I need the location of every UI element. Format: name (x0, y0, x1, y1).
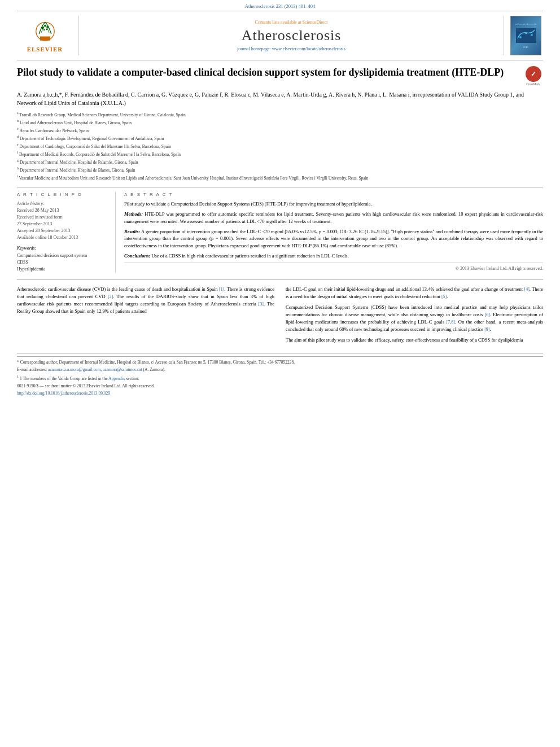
article-container: Pilot study to validate a computer-based… (17, 60, 543, 403)
elsevier-logo-section: ELSEVIER (17, 16, 79, 55)
svg-point-8 (519, 36, 522, 38)
conclusions-label: Conclusions: (124, 253, 150, 259)
received-revised-label: Received in revised form (17, 214, 108, 221)
affiliation-b: b Lipid and Atherosclerosis Unit, Hospit… (17, 119, 543, 126)
ref-5[interactable]: [5] (441, 294, 447, 299)
body-left-column: Atherosclerotic cardiovascular disease (… (17, 286, 274, 347)
keyword-3: Hyperlipidemia (17, 266, 108, 273)
affiliations-section: a TranslLab Research Group, Medical Scie… (17, 111, 543, 181)
email-1[interactable]: azamoracz.a.mora@gmail.com (48, 367, 100, 372)
article-info-heading: A R T I C L E I N F O (17, 192, 108, 197)
ref-1[interactable]: [1] (219, 287, 224, 292)
revised-date: 27 September 2013 (17, 221, 108, 228)
abstract-column: A B S T R A C T Pilot study to validate … (124, 192, 543, 273)
email-addresses: E-mail addresses: azamoracz.a.mora@gmail… (17, 366, 543, 373)
crossmark-icon: ✓ (526, 66, 541, 82)
ref-2[interactable]: [2] (108, 294, 113, 299)
body-columns: Atherosclerotic cardiovascular disease (… (17, 286, 543, 347)
article-title-section: Pilot study to validate a computer-based… (17, 66, 543, 86)
footnote-1: 1 1 The members of the Valida Group are … (17, 374, 543, 382)
abstract-heading: A B S T R A C T (124, 192, 543, 197)
copyright-text: © 2013 Elsevier Ireland Ltd. All rights … (124, 263, 543, 272)
ref-9[interactable]: [9] (484, 327, 489, 332)
journal-header: ELSEVIER Contents lists available at Sci… (17, 11, 543, 60)
abstract-intro: Pilot study to validate a Computerized D… (124, 200, 543, 207)
footnotes-section: * Corresponding author. Department of In… (17, 353, 543, 397)
elsevier-logo-icon (23, 19, 68, 44)
svg-point-5 (43, 29, 45, 30)
received-date: Received 28 May 2013 (17, 207, 108, 214)
doi-link[interactable]: http://dx.doi.org/10.1016/j.atherosclero… (17, 390, 543, 396)
journal-cover-image: atherosclerosis ☑ ☑ (504, 16, 543, 55)
cover-thumbnail: atherosclerosis ☑ ☑ (510, 16, 541, 55)
body-para-1: Atherosclerotic cardiovascular disease (… (17, 286, 274, 315)
appendix-link[interactable]: Appendix (108, 376, 125, 381)
available-date: Available online 18 October 2013 (17, 234, 108, 241)
info-abstract-columns: A R T I C L E I N F O Article history: R… (17, 187, 543, 273)
journal-title: Atherosclerosis (242, 27, 342, 44)
svg-point-2 (41, 27, 44, 29)
journal-citation: Atherosclerosis 231 (2013) 401–404 (0, 0, 560, 11)
journal-center-info: Contents lists available at ScienceDirec… (79, 16, 504, 55)
affiliation-a: a TranslLab Research Group, Medical Scie… (17, 111, 543, 118)
accepted-date: Accepted 28 September 2013 (17, 228, 108, 234)
abstract-results: Results: A greater proportion of interve… (124, 228, 543, 249)
crossmark-label: CrossMark (526, 82, 540, 86)
issn-text: 0021-9150/$ — see front matter © 2013 El… (17, 383, 543, 389)
ref-7[interactable]: [7,8] (447, 320, 455, 325)
cover-art-icon (515, 27, 537, 44)
body-right-column: the LDL-C goal on their initial lipid-lo… (286, 286, 543, 347)
body-para-4: The aim of this pilot study was to valid… (286, 337, 543, 344)
journal-homepage: journal homepage: www.elsevier.com/locat… (237, 46, 345, 51)
crossmark-badge[interactable]: ✓ CrossMark (523, 66, 543, 86)
citation-text: Atherosclerosis 231 (2013) 401–404 (245, 3, 315, 9)
corresponding-author: * Corresponding author. Department of In… (17, 359, 543, 365)
affiliation-h: h Department of Internal Medicine, Hospi… (17, 166, 543, 173)
contents-available: Contents lists available at ScienceDirec… (255, 20, 328, 25)
elsevier-text: ELSEVIER (27, 46, 63, 53)
keyword-2: CDSS (17, 259, 108, 266)
affiliation-e: e Department of Cardiology, Corporació d… (17, 142, 543, 150)
article-history: Article history: Received 28 May 2013 Re… (17, 200, 108, 241)
keyword-1: Computerized decision support system (17, 252, 108, 259)
abstract-methods: Methods: HTE-DLP was programmed to offer… (124, 211, 543, 225)
authors-text: A. Zamora a,b,c,h,*, F. Fernández de Bob… (17, 91, 524, 106)
email-2[interactable]: azamora@salutmos.cat (103, 367, 142, 372)
history-label: Article history: (17, 201, 45, 206)
body-section: Atherosclerotic cardiovascular disease (… (17, 279, 543, 347)
svg-point-6 (46, 29, 47, 30)
abstract-content: Pilot study to validate a Computerized D… (124, 200, 543, 272)
svg-point-9 (525, 33, 527, 34)
body-para-2: the LDL-C goal on their initial lipid-lo… (286, 286, 543, 300)
svg-point-3 (46, 26, 49, 28)
affiliation-c: c Heracles Cardiovascular Network, Spain (17, 126, 543, 134)
authors-section: A. Zamora a,b,c,h,*, F. Fernández de Bob… (17, 90, 543, 107)
affiliation-f: f Department of Medical Records, Corpora… (17, 150, 543, 158)
svg-point-4 (44, 25, 46, 27)
abstract-conclusions: Conclusions: Use of a CDSS in high-risk … (124, 252, 543, 259)
body-para-3: Computerized Decision Support Systems (C… (286, 304, 543, 333)
keywords-label: Keywords: (17, 246, 108, 251)
ref-4[interactable]: [4] (524, 287, 530, 292)
ref-6[interactable]: [6] (484, 312, 489, 317)
article-info-column: A R T I C L E I N F O Article history: R… (17, 192, 116, 273)
ref-3[interactable]: [3] (259, 302, 264, 307)
affiliation-g: g Department of Internal Medicine, Hospi… (17, 158, 543, 165)
affiliation-d: d Department of Technologic Development,… (17, 134, 543, 142)
keywords-section: Keywords: Computerized decision support … (17, 246, 108, 273)
svg-point-10 (531, 34, 533, 36)
affiliation-i: i Vascular Medicine and Metabolism Unit … (17, 174, 543, 181)
article-title: Pilot study to validate a computer-based… (17, 66, 518, 79)
